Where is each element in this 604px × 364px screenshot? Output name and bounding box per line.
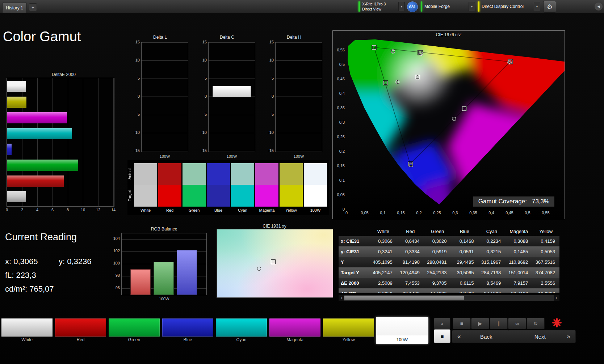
current-reading-heading: Current Reading: [5, 232, 77, 243]
cie1931-measured-marker: [257, 267, 261, 271]
top-bar: History 1 + X-Rite i1Pro 3 Direct View ▼…: [0, 0, 604, 13]
meter-dropdown[interactable]: X-Rite i1Pro 3 Direct View ▼: [358, 1, 405, 12]
scroll-left-button[interactable]: ◄: [339, 295, 344, 301]
next-button[interactable]: Next »: [508, 330, 576, 343]
pattern-button-magenta[interactable]: Magenta: [269, 317, 321, 344]
continuous-button[interactable]: ∞: [508, 318, 526, 329]
deltae-xtick: 4: [36, 208, 38, 212]
deltae-gridline: [83, 78, 83, 206]
rgb-gridline: [122, 239, 206, 240]
cie-tick-label: 0,15: [397, 211, 404, 215]
deltae-bar-100w: [7, 191, 26, 202]
table-cell: 0,3066: [370, 238, 397, 244]
delta-h-gridline: [276, 151, 322, 151]
pause-button[interactable]: ∥: [490, 318, 508, 329]
pattern-swatch: [1, 318, 53, 337]
play-button[interactable]: ▶: [471, 318, 489, 329]
delta-h-ytick: -15: [264, 148, 274, 153]
collapse-panel-button[interactable]: ◀: [595, 3, 603, 10]
deltae-gridline: [98, 78, 98, 206]
scroll-right-button[interactable]: ►: [554, 295, 559, 301]
rgb-balance-title: RGB Balance: [121, 227, 207, 232]
back-arrow-icon: «: [457, 333, 461, 340]
cie-tick-label: 0,1: [339, 178, 345, 182]
pattern-window-button[interactable]: ■: [434, 329, 450, 343]
swatch-label: Yellow: [280, 208, 303, 212]
delta-c-xlabel: 100W: [208, 154, 255, 158]
stop-icon: ■: [460, 321, 463, 326]
refresh-button[interactable]: ↻: [527, 318, 545, 329]
delta-l-ytick: -15: [130, 148, 140, 153]
pattern-button-red[interactable]: Red: [54, 317, 107, 344]
swatch-actual-cyan: [231, 163, 254, 185]
next-label: Next: [534, 334, 546, 340]
calman-app: History 1 + X-Rite i1Pro 3 Direct View ▼…: [0, 0, 604, 364]
pattern-button-cyan[interactable]: Cyan: [215, 317, 268, 344]
workflow-dropdown[interactable]: Mobile Forge ▼: [421, 1, 475, 12]
pattern-button-yellow[interactable]: Yellow: [322, 317, 375, 344]
swatch-target-magenta: [255, 185, 278, 207]
table-cell: 47,4620: [424, 291, 451, 293]
table-row-label: Target Y: [339, 270, 370, 275]
settings-button[interactable]: ⚙: [543, 1, 556, 13]
table-scrollbar[interactable]: ◄ ►: [339, 295, 559, 301]
cie-tick-label: 0,05: [337, 192, 345, 197]
rgb-xlabel: 100W: [121, 297, 207, 301]
pattern-button-white[interactable]: White: [1, 317, 53, 344]
table-row-label: ΔE ITP: [339, 291, 370, 293]
tab-history-1[interactable]: History 1: [2, 2, 27, 13]
table-cell: 288,0481: [424, 259, 451, 265]
swatch-column-blue: Blue: [207, 163, 230, 215]
pattern-button-green[interactable]: Green: [108, 317, 160, 344]
swatch-column-yellow: Yellow: [280, 163, 303, 215]
workflow-name: Mobile Forge: [424, 4, 450, 9]
cie-tick-label: 0,55: [542, 211, 549, 215]
cie-tick-label: 0,2: [416, 211, 421, 215]
cie-svg: 00,050,10,150,20,250,30,350,40,450,50,55…: [333, 31, 565, 219]
delta-c-gridline: [209, 133, 255, 133]
delta-h-gridline: [276, 60, 322, 61]
pattern-label: Magenta: [269, 337, 321, 342]
swatch-actual-white: [134, 163, 157, 185]
table-cell: 151,0014: [505, 270, 532, 275]
swatch-label: Red: [158, 208, 181, 212]
display-control-dropdown[interactable]: Direct Display Control ▼: [478, 1, 540, 12]
back-button[interactable]: « Back: [452, 330, 517, 343]
autocal-button[interactable]: [548, 316, 566, 330]
table-cell: 38,7160: [505, 291, 532, 293]
cie-tick-label: 0,4: [488, 211, 494, 215]
pattern-label: Cyan: [215, 337, 268, 342]
swatch-target-blue: [207, 185, 230, 207]
cie-tick-label: 0,5: [525, 211, 530, 215]
pattern-button-blue[interactable]: Blue: [162, 317, 214, 344]
table-cell: 374,7082: [532, 270, 559, 275]
rgb-plot: [121, 233, 207, 295]
stop-button[interactable]: ■: [453, 318, 471, 329]
page-title: Color Gamut: [3, 29, 81, 45]
pattern-swatch: [55, 318, 106, 337]
rgb-ytick: 100: [110, 261, 120, 265]
deltae-xticks: 02468101214: [7, 208, 114, 213]
chevron-up-icon: ▲: [441, 322, 444, 325]
table-row: y: CIE310,32410,33340,59190,05910,32150,…: [339, 246, 559, 257]
pattern-label: White: [1, 337, 53, 342]
swatch-target-100w: [304, 185, 327, 207]
pattern-label: Blue: [162, 337, 214, 342]
collapse-controls-button[interactable]: ▲: [434, 318, 450, 329]
deltae-bar-cyan: [7, 128, 72, 139]
rgb-ylabels: 1041021009896: [110, 227, 121, 299]
cie1931-target-marker: [271, 259, 276, 264]
rgb-ytick: 104: [110, 236, 120, 241]
cie-tick-label: 0,55: [337, 48, 345, 52]
table-cell: 0,4159: [532, 238, 559, 244]
scroll-thumb[interactable]: [344, 296, 464, 300]
pattern-bar: WhiteRedGreenBlueCyanMagentaYellow100W: [0, 317, 432, 344]
delta-h-xlabel: 100W: [275, 154, 322, 158]
table-row: Y405,109581,4190288,048129,4485315,19671…: [339, 257, 559, 267]
add-tab-button[interactable]: +: [29, 3, 37, 11]
back-label: Back: [480, 334, 492, 340]
pattern-label: Yellow: [322, 337, 375, 342]
table-cell: 81,4190: [397, 259, 424, 265]
table-cell: 7,9157: [505, 280, 532, 286]
pattern-button-100w[interactable]: 100W: [376, 317, 428, 344]
